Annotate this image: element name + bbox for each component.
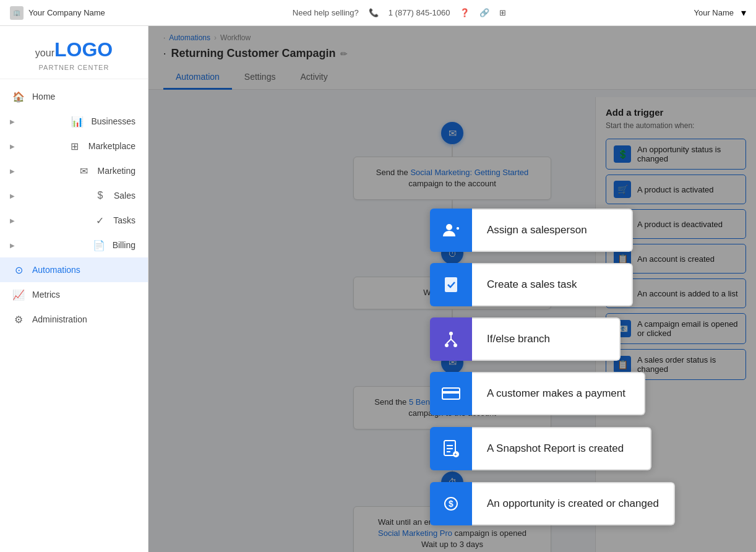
user-menu-chevron[interactable]: ▾ <box>741 7 746 19</box>
breadcrumb-automations[interactable]: Automations <box>169 33 210 42</box>
svg-line-6 <box>447 339 451 343</box>
trigger-panel-subtitle: Start the automation when: <box>606 121 746 130</box>
opportunity-icon: $ <box>430 482 472 525</box>
sidebar-item-tasks[interactable]: ▶ ✓ Tasks <box>0 208 148 233</box>
trigger-campaign-email-label: A campaign email is opened or clicked <box>637 319 738 338</box>
billing-expand: ▶ <box>10 242 15 249</box>
tab-automation[interactable]: Automation <box>163 66 232 90</box>
svg-point-9 <box>453 343 457 347</box>
step4-text-mid: campaign is opened <box>452 528 526 538</box>
sidebar-item-marketplace[interactable]: ▶ ⊞ Marketplace <box>0 134 148 158</box>
sidebar-item-administration[interactable]: ⚙ Administration <box>0 307 148 332</box>
sidebar-item-sales[interactable]: ▶ $ Sales <box>0 183 148 208</box>
trigger-product-activate-icon: 🛒 <box>614 181 631 198</box>
tasks-icon: ✓ <box>93 214 106 226</box>
tab-settings[interactable]: Settings <box>232 66 288 90</box>
step4-text-after: Wait up to 3 days <box>421 540 483 549</box>
opportunity-label: An opportunity is created or changed <box>472 482 675 525</box>
sidebar-label-marketing: Marketing <box>98 166 135 176</box>
top-navigation: 🏢 Your Company Name Need help selling? 📞… <box>0 0 756 26</box>
breadcrumb-separator: › <box>214 33 217 42</box>
sidebar-label-sales: Sales <box>114 191 135 201</box>
svg-point-8 <box>445 343 449 347</box>
tab-activity[interactable]: Activity <box>288 66 340 90</box>
ifelse-branch-icon <box>430 317 472 361</box>
svg-text:$: $ <box>449 499 453 509</box>
sidebar-item-metrics[interactable]: 📈 Metrics <box>0 282 148 307</box>
opportunity-button[interactable]: $ An opportunity is created or changed <box>430 482 675 525</box>
phone-number[interactable]: 1 (877) 845-1060 <box>389 8 450 17</box>
tasks-expand: ▶ <box>10 217 15 224</box>
trigger-opp-status[interactable]: 💲 An opportunity status is changed <box>606 139 746 170</box>
trigger-account-created-label: An account is created <box>637 254 715 264</box>
grid-icon[interactable]: ⊞ <box>499 8 506 17</box>
trigger-panel-title: Add a trigger <box>606 107 746 118</box>
sidebar-label-businesses: Businesses <box>91 116 135 126</box>
sidebar-item-home[interactable]: 🏠 Home <box>0 84 148 109</box>
marketplace-expand: ▶ <box>10 143 15 150</box>
businesses-expand: ▶ <box>10 118 15 125</box>
step1-icon: ✉ <box>441 122 463 144</box>
metrics-icon: 📈 <box>12 288 25 301</box>
businesses-icon: 📊 <box>71 115 84 127</box>
trigger-product-activate-label: A product is activated <box>637 185 714 194</box>
step3-text-before: Send the <box>374 397 409 407</box>
create-sales-task-button[interactable]: Create a sales task <box>430 263 633 306</box>
sidebar-label-automations: Automations <box>32 265 80 275</box>
assign-salesperson-icon <box>430 209 472 252</box>
logo-your: your <box>35 48 54 58</box>
marketplace-icon: ⊞ <box>69 140 81 152</box>
billing-icon: 📄 <box>93 239 105 251</box>
trigger-sales-order-label: A sales order status is changed <box>637 355 738 374</box>
step1-link[interactable]: Social Marketing: Getting Started <box>410 168 528 177</box>
marketing-expand: ▶ <box>10 168 15 175</box>
snapshot-report-icon: + <box>430 427 472 470</box>
sales-expand: ▶ <box>10 192 15 199</box>
sidebar-item-businesses[interactable]: ▶ 📊 Businesses <box>0 109 148 134</box>
marketing-icon: ✉ <box>78 165 90 177</box>
administration-icon: ⚙ <box>12 313 25 326</box>
nav-help: Need help selling? 📞 1 (877) 845-1060 ❓ … <box>293 8 507 17</box>
logo: yourLOGO <box>35 38 113 61</box>
step1-text-after: campaign to the account <box>408 179 496 188</box>
create-sales-task-icon <box>430 263 472 306</box>
svg-rect-11 <box>442 391 460 394</box>
customer-payment-button[interactable]: A customer makes a payment <box>430 372 645 415</box>
svg-text:+: + <box>454 452 457 457</box>
sidebar-label-marketplace: Marketplace <box>88 141 135 151</box>
company-info: 🏢 Your Company Name <box>10 6 105 20</box>
sidebar-item-automations[interactable]: ⊙ Automations <box>0 257 148 282</box>
user-name: Your Name <box>694 8 734 17</box>
nav-items: 🏠 Home ▶ 📊 Businesses ▶ ⊞ Marketplace ▶ … <box>0 79 148 552</box>
sidebar-item-billing[interactable]: ▶ 📄 Billing <box>0 233 148 257</box>
sales-icon: $ <box>94 189 106 202</box>
trigger-product-activate[interactable]: 🛒 A product is activated <box>606 175 746 204</box>
user-menu[interactable]: Your Name ▾ <box>694 7 746 19</box>
company-icon: 🏢 <box>10 6 24 20</box>
step1-node[interactable]: Send the Social Marketing: Getting Start… <box>353 157 551 200</box>
link-icon[interactable]: 🔗 <box>479 8 489 17</box>
sidebar-item-marketing[interactable]: ▶ ✉ Marketing <box>0 158 148 183</box>
sidebar: yourLOGO PARTNER CENTER 🏠 Home ▶ 📊 Busin… <box>0 26 148 552</box>
assign-salesperson-button[interactable]: Assign a salesperson <box>430 209 633 252</box>
company-name: Your Company Name <box>28 8 105 17</box>
ifelse-branch-button[interactable]: If/else branch <box>430 317 621 361</box>
sidebar-label-tasks: Tasks <box>113 215 135 225</box>
logo-area: yourLOGO PARTNER CENTER <box>0 26 148 79</box>
trigger-opp-status-icon: 💲 <box>614 145 631 163</box>
snapshot-report-button[interactable]: + A Snapshot Report is created <box>430 427 651 470</box>
trigger-product-deactivate-label: A product is deactivated <box>637 220 723 229</box>
assign-salesperson-label: Assign a salesperson <box>472 209 633 252</box>
customer-payment-icon <box>430 372 472 415</box>
svg-point-4 <box>449 332 453 335</box>
svg-point-0 <box>446 224 452 230</box>
tabs: Automation Settings Activity <box>163 65 741 89</box>
edit-title-icon[interactable]: ✏ <box>340 49 348 59</box>
help-icon[interactable]: ❓ <box>460 8 470 17</box>
trigger-campaign-email[interactable]: 📧 A campaign email is opened or clicked <box>606 313 746 344</box>
home-icon: 🏠 <box>12 90 25 103</box>
svg-line-7 <box>451 339 455 343</box>
trigger-opp-status-label: An opportunity status is changed <box>637 145 738 163</box>
page-title: Returning Customer Campagin <box>171 47 335 60</box>
help-text: Need help selling? <box>293 8 359 17</box>
